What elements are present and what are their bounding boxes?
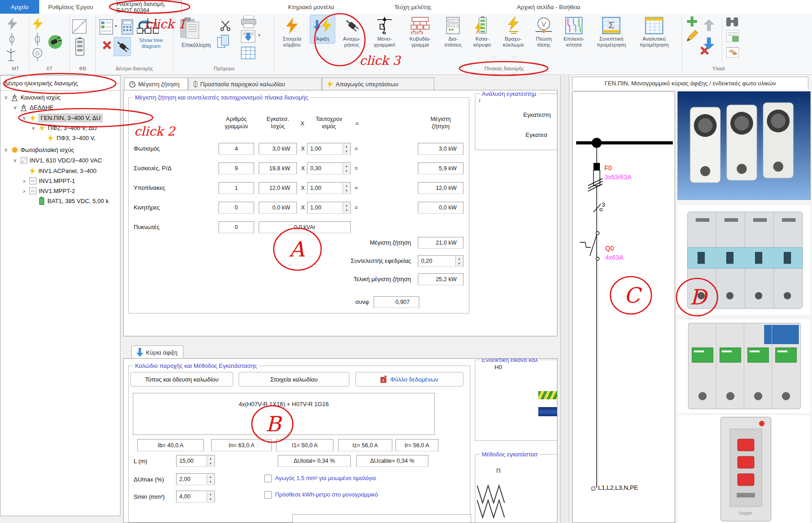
tree-item-label[interactable]: INV1.ACPanel, 3~400 [38,167,97,174]
generator-icon[interactable]: G [32,47,43,61]
spinner-arrows[interactable]: ▲▼ [343,203,350,213]
wind-turbine-icon[interactable] [5,48,16,61]
tab-max-demand[interactable]: Μέγιστη ζήτηση [124,78,188,90]
panel-splitter[interactable] [560,75,569,523]
tab-building-model[interactable]: Κτηριακό μοντέλο [279,0,343,14]
tree-item-label[interactable]: BAT1, 385 VDC, 5,00 k [47,198,109,204]
tree-item-label[interactable]: INV1.MPPT-1 [39,178,75,184]
lines-count-field[interactable]: 9 [219,162,254,174]
tab-main-arrival[interactable]: Κύρια άφιξη [131,345,183,359]
xt-node-icon[interactable] [34,33,41,46]
simultaneity-spinner[interactable]: 1,00▲▼ [307,182,351,194]
spinner-arrows[interactable]: ▲▼ [455,256,463,266]
tree-diagram-icon[interactable] [137,16,159,37]
capacitor-count-field[interactable]: 0 [219,221,254,233]
cable-data-button[interactable]: Στοιχεία καλωδίου [239,372,349,387]
print-icon[interactable] [241,16,256,28]
tree-item-pv-power[interactable]: ∨ Φωτοβολταϊκή ισχύς [3,145,74,155]
spinner-arrows[interactable]: ▲▼ [343,183,350,193]
kwh-meter-label[interactable]: Πρόσθεσε kWh-μετρο στο μονογραμμικό [275,492,378,498]
export-icon[interactable] [241,30,256,44]
simultaneity-spinner[interactable]: 1,00▲▼ [307,143,351,155]
paste-icon[interactable] [180,17,200,40]
add-material-icon[interactable] [687,16,697,26]
chevron-icon[interactable]: ∨ [12,157,18,163]
inverter-icon[interactable] [72,19,87,34]
node-data-button[interactable]: Στοιχείακόμβου [276,15,307,49]
dumax-spinner[interactable]: 2,00▲▼ [176,473,215,485]
chevron-icon[interactable]: ∨ [30,125,36,131]
spinner-arrows[interactable]: ▲▼ [207,456,214,466]
save-list-icon[interactable] [726,30,739,42]
spinner-arrows[interactable]: ▲▼ [207,474,214,484]
tab-surge-arrester[interactable]: Απαγωγός υπερτάσεων [322,78,434,90]
short-circuit-button[interactable]: Βραχυ-κύκλωμα [498,15,528,49]
tree-item-label[interactable]: INV1, 610 VDC/3~400 VAC [30,157,102,164]
departures-button[interactable]: Αναχω-ρήσεις [338,15,366,49]
datasheet-button[interactable]: A Φύλλο δεδομένων [355,372,463,387]
mt-source-icon[interactable] [7,17,17,30]
edit-pencil-icon[interactable] [686,30,698,42]
tab-file[interactable]: Αρχείο [0,0,39,14]
tree-item-label[interactable]: ΠΦ3, 3~400 V, [57,135,95,141]
single-line-button[interactable]: Μονο-γραμμικό [369,15,401,49]
chevron-icon[interactable]: ∨ [21,115,27,121]
summary-boq-button[interactable]: Σ Συνοπτικήπρομέτρηση [591,15,631,49]
selectivity-button[interactable]: Επιλεκτι-κότητα [559,15,588,49]
tab-cable-protection[interactable]: Προστασία παροχικού καλωδίου [188,78,322,90]
chevron-icon[interactable]: > [21,188,27,194]
tree-item-label[interactable]: ΔΕΔΔΗΕ [30,104,54,111]
find-material-icon[interactable] [726,16,739,27]
tree-item-pf2[interactable]: ∨ ΠΦ2, 3~400 V, ΔU [30,123,97,133]
chevron-icon[interactable]: ∨ [3,147,9,153]
tab-home-help[interactable]: Αρχική σελίδα - Βοήθεια [500,0,598,14]
tab-study-reports[interactable]: Τεύχη μελέτης [381,0,445,14]
tab-project-settings[interactable]: Ρυθμίσεις Έργου [46,0,96,14]
table-export-icon[interactable] [241,47,256,59]
tree-item-label[interactable]: Κανονική ισχύς [21,94,61,101]
reduced-tariff-checkbox[interactable] [264,475,272,482]
tree-item-label[interactable]: INV1.MPPT-2 [39,188,75,194]
chevron-icon[interactable]: ∨ [3,94,9,100]
xt-source-icon[interactable] [33,17,43,30]
copy-icon[interactable] [217,35,230,49]
export-dropdown[interactable]: ▾ [258,33,260,37]
panel-list-dropdown[interactable]: ▾ [115,24,117,28]
block-diagram-button[interactable]: Κυβοδία-γραμμα [403,15,437,49]
tab-electrical-distribution[interactable]: Ηλεκτρική διανομή, ΕΛΟΤ 60364 [116,0,182,14]
cut-icon[interactable] [220,20,231,31]
single-line-diagram[interactable]: F0 3x63/63A 3 Q0 4x63A ∅ L1,L2,L3,N,PE [572,91,675,523]
pv-battery-icon[interactable] [75,37,85,56]
arrival-button[interactable]: Άφιξη [310,15,335,43]
delete-node-icon[interactable] [101,40,111,50]
reserve-factor-spinner[interactable]: 0,20▲▼ [418,255,463,267]
supplier-icon[interactable] [726,46,739,58]
length-spinner[interactable]: 15,00▲▼ [176,455,215,467]
paste-label[interactable]: Επικόλληση [175,42,217,48]
reduced-tariff-label[interactable]: Αγωγός 1.5 mm² για μειωμένο τιμολόγιο [275,475,376,481]
mt-node-icon[interactable] [8,33,16,46]
tree-item-inv1-mppt1[interactable]: > PV INV1.MPPT-1 [21,176,75,186]
tree-item-label[interactable]: Φωτοβολταϊκή ισχύς [21,146,74,153]
tree-item-pf3[interactable]: ΠΦ3, 3~400 V, [47,133,95,143]
voltage-drop-button[interactable]: V Πτώσητάσης [531,15,557,49]
show-tree-diagram-button[interactable]: Show treediagram [131,37,171,49]
spinner-arrows[interactable]: ▲▼ [207,492,214,502]
chevron-icon[interactable]: > [21,178,27,184]
simultaneity-spinner[interactable]: 1,00▲▼ [307,202,351,214]
tree-item-inv1[interactable]: ∨ INV1, 610 VDC/3~400 VAC [12,156,102,165]
tree-item-inv1-mppt2[interactable]: > PV INV1.MPPT-2 [21,186,75,196]
tree-item-genpin[interactable]: ∨ ΓΕΝ.ΠΙΝ, 3~400 V, ΔU [21,113,102,123]
tree-item-label[interactable]: ΠΦ2, 3~400 V, ΔU [48,125,97,131]
lines-count-field[interactable]: 1 [219,182,254,194]
tree-item-bat1[interactable]: BAT1, 385 VDC, 5,00 k [37,196,109,206]
tree-item-deddhe[interactable]: ∨ ΔΕΔΔΗΕ [12,103,54,112]
lines-count-field[interactable]: 0 [219,202,254,214]
kwh-meter-checkbox[interactable] [264,491,272,499]
smin-spinner[interactable]: 4,00▲▼ [176,491,215,502]
move-up-icon[interactable] [703,19,714,31]
chevron-icon[interactable]: ∨ [12,105,18,110]
detailed-boq-button[interactable]: Αναλυτικήπρομέτρηση [634,15,674,49]
simultaneity-spinner[interactable]: 0,30▲▼ [307,162,351,174]
calculator-icon[interactable] [121,19,133,35]
